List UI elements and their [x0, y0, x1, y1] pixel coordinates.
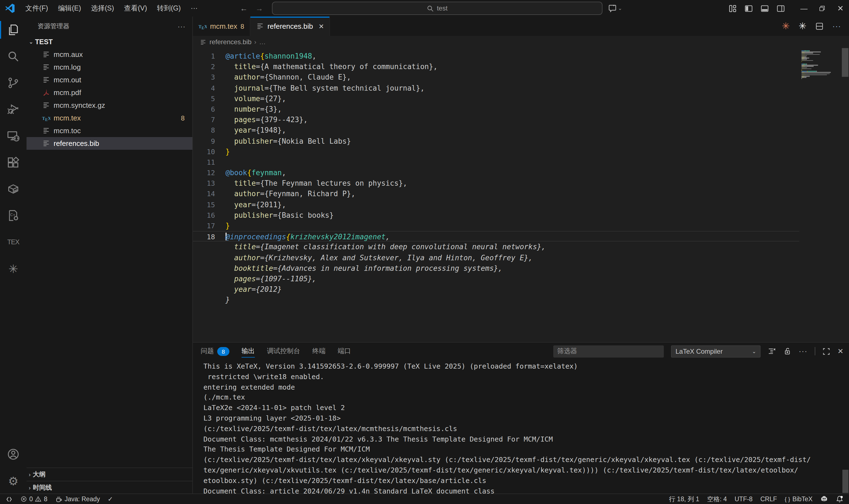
maximize-panel-icon[interactable] — [823, 347, 830, 355]
tab-mcm-tex[interactable]: TEX mcm.tex 8 — [193, 17, 250, 36]
activity-item-openai-icon[interactable]: ✳ — [0, 255, 26, 282]
indentation[interactable]: 空格: 4 — [703, 494, 731, 504]
menu-item-4[interactable]: 查看(V) — [119, 0, 152, 17]
file-row-mcm-tex[interactable]: TEXmcm.tex8 — [26, 112, 192, 124]
code-line-5[interactable]: 5 volume={27}, — [193, 93, 799, 104]
code-line-ghost[interactable]: title={Imagenet classification with deep… — [193, 242, 799, 252]
breadcrumb[interactable]: references.bib › … — [193, 36, 849, 48]
panel-tab-3[interactable]: 调试控制台 — [267, 343, 300, 360]
cursor-position[interactable]: 行 18, 列 1 — [665, 494, 703, 504]
split-editor-icon[interactable] — [815, 22, 824, 30]
more-actions-icon[interactable]: ··· — [832, 22, 841, 30]
output-filter-input[interactable]: 筛选器 — [553, 345, 664, 357]
output-console[interactable]: This is XeTeX, Version 3.141592653-2.6-0… — [193, 360, 849, 494]
eol-sequence[interactable]: CRLF — [756, 494, 781, 504]
tab-references-bib[interactable]: references.bib ✕ — [250, 17, 330, 36]
panel-scrollbar[interactable] — [842, 470, 848, 493]
code-line-ghost[interactable]: } — [193, 295, 799, 305]
unlock-icon[interactable] — [783, 347, 792, 355]
close-panel-icon[interactable]: ✕ — [837, 347, 844, 355]
code-line-3[interactable]: 3 author={Shannon, Claude E}, — [193, 72, 799, 83]
code-line-17[interactable]: 17} — [193, 220, 799, 231]
openai-icon[interactable]: ✳ — [799, 21, 807, 31]
file-row-mcm-aux[interactable]: mcm.aux — [26, 48, 192, 61]
activity-item-package-box-icon[interactable] — [0, 176, 26, 202]
activity-item-tex-icon[interactable]: TEX — [0, 229, 26, 255]
more-icon[interactable]: ··· — [799, 347, 808, 355]
activity-item-extensions-icon[interactable] — [0, 149, 26, 176]
output-channel-select[interactable]: LaTeX Compiler ⌄ — [671, 345, 761, 357]
code-line-7[interactable]: 7 pages={379--423}, — [193, 114, 799, 125]
toggle-secondary-sidebar-icon[interactable] — [777, 4, 785, 13]
customize-layout-icon[interactable] — [728, 4, 737, 13]
menu-item-2[interactable]: 编辑(E) — [53, 0, 86, 17]
folder-section-test[interactable]: ⌄ TEST — [26, 36, 192, 48]
panel-tab-1[interactable]: 问题8 — [201, 343, 229, 360]
file-row-references-bib[interactable]: references.bib — [26, 137, 192, 150]
file-row-mcm-log[interactable]: mcm.log — [26, 61, 192, 73]
encoding[interactable]: UTF-8 — [731, 494, 756, 504]
menu-item-6[interactable]: ··· — [186, 0, 203, 17]
back-arrow[interactable]: ← — [240, 4, 248, 13]
file-row-mcm-out[interactable]: mcm.out — [26, 73, 192, 86]
explorer-more-icon[interactable]: ··· — [178, 23, 186, 30]
restore-button[interactable] — [813, 0, 831, 17]
panel-tab-5[interactable]: 端口 — [338, 343, 351, 360]
close-button[interactable]: ✕ — [831, 0, 849, 17]
code-line-14[interactable]: 14 author={Feynman, Richard P}, — [193, 189, 799, 199]
code-line-2[interactable]: 2 title={A mathematical theory of commun… — [193, 61, 799, 72]
code-line-ghost[interactable]: booktitle={Advances in neural informatio… — [193, 263, 799, 273]
toggle-primary-sidebar-icon[interactable] — [744, 4, 753, 13]
notifications[interactable] — [832, 494, 849, 504]
clear-output-icon[interactable] — [768, 347, 776, 355]
editor-scrollbar[interactable] — [841, 48, 849, 342]
code-line-6[interactable]: 6 number={3}, — [193, 104, 799, 114]
code-line-10[interactable]: 10} — [193, 146, 799, 157]
code-line-1[interactable]: 1@article{shannon1948, — [193, 51, 799, 61]
remote-indicator[interactable] — [0, 494, 17, 504]
code-line-9[interactable]: 9 publisher={Nokia Bell Labs} — [193, 136, 799, 146]
file-row-mcm-synctex-gz[interactable]: mcm.synctex.gz — [26, 99, 192, 112]
panel-tab-4[interactable]: 终端 — [312, 343, 326, 360]
menu-item-1[interactable]: 文件(F) — [20, 0, 53, 17]
code-line-12[interactable]: 12@book{feynman, — [193, 167, 799, 178]
close-tab-icon[interactable]: ✕ — [319, 22, 324, 30]
menu-item-5[interactable]: 转到(G) — [152, 0, 186, 17]
minimap[interactable] — [801, 50, 840, 79]
copilot-chat-toggle[interactable]: ⌄ — [608, 0, 622, 17]
panel-tab-2[interactable]: 输出 — [241, 343, 255, 360]
activity-item-remote-explorer-icon[interactable] — [0, 123, 26, 149]
menu-item-3[interactable]: 选择(S) — [86, 0, 119, 17]
language-mode[interactable]: { } BibTeX — [781, 494, 816, 504]
code-line-8[interactable]: 8 year={1948}, — [193, 125, 799, 136]
code-line-ghost[interactable]: year={2012} — [193, 284, 799, 294]
timeline-section[interactable]: › 时间线 — [26, 481, 192, 494]
problems-status[interactable]: 0 8 — [17, 494, 51, 504]
copilot-status[interactable] — [816, 494, 832, 504]
activity-item-search-icon[interactable] — [0, 43, 26, 70]
code-line-18[interactable]: 18@inproceedings{krizhevsky2012imagenet, — [193, 231, 799, 241]
code-line-16[interactable]: 16 publisher={Basic books} — [193, 210, 799, 220]
activity-item-explorer-icon[interactable] — [0, 17, 26, 43]
code-line-13[interactable]: 13 title={The Feynman lectures on physic… — [193, 178, 799, 189]
starburst-icon[interactable]: ✳ — [782, 21, 790, 31]
java-status[interactable]: Java: Ready — [51, 494, 104, 504]
code-line-15[interactable]: 15 year={2011}, — [193, 199, 799, 210]
account-icon[interactable] — [0, 441, 26, 468]
forward-arrow[interactable]: → — [255, 4, 263, 13]
activity-item-source-control-icon[interactable] — [0, 70, 26, 96]
minimize-button[interactable]: — — [795, 0, 813, 17]
code-line-ghost[interactable]: pages={1097--1105}, — [193, 273, 799, 284]
toggle-panel-icon[interactable] — [761, 4, 769, 13]
settings-gear-icon[interactable]: ⚙ — [0, 468, 26, 494]
file-row-mcm-toc[interactable]: mcm.toc — [26, 124, 192, 137]
activity-item-run-debug-icon[interactable] — [0, 96, 26, 123]
file-row-mcm-pdf[interactable]: mcm.pdf — [26, 86, 192, 99]
activity-item-project-file-gear-icon[interactable] — [0, 202, 26, 229]
code-line-ghost[interactable]: author={Krizhevsky, Alex and Sutskever, … — [193, 252, 799, 263]
outline-section[interactable]: › 大纲 — [26, 468, 192, 481]
command-center-search[interactable]: test — [272, 2, 602, 15]
code-editor[interactable]: 1@article{shannon1948,2 title={A mathema… — [193, 48, 849, 342]
code-line-4[interactable]: 4 journal={The Bell system technical jou… — [193, 83, 799, 93]
check-status[interactable]: ✓ — [104, 494, 117, 504]
